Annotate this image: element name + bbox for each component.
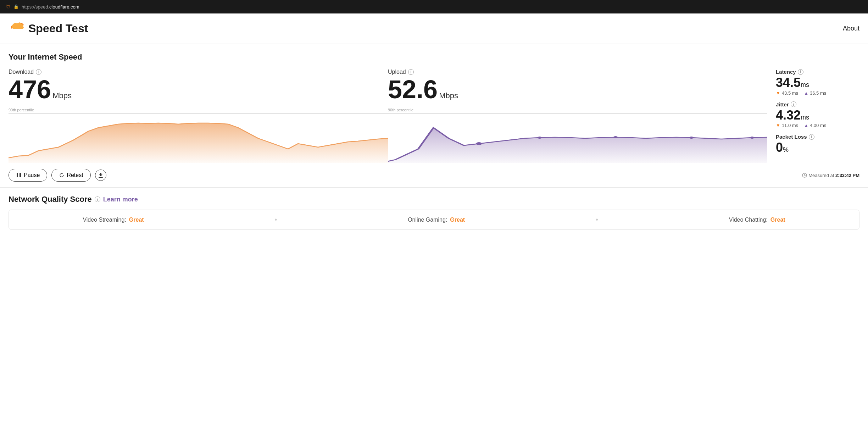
section-divider xyxy=(0,187,868,188)
latency-metric: Latency i 34.5ms ▼ 43.5 ms ▲ 36.5 ms xyxy=(776,69,859,96)
upload-percentile-label: 90th percentile xyxy=(388,108,413,112)
online-gaming-item: Online Gaming: Great xyxy=(408,217,465,223)
svg-rect-7 xyxy=(99,177,103,178)
network-quality-section: Network Quality Score i Learn more Video… xyxy=(0,195,868,238)
jitter-down-arrow: ▼ xyxy=(776,123,780,128)
packet-loss-label: Packet Loss i xyxy=(776,134,859,140)
about-link[interactable]: About xyxy=(843,25,859,32)
upload-info-icon[interactable]: i xyxy=(408,69,414,75)
upload-percentile-line xyxy=(388,113,767,114)
online-gaming-label: Online Gaming: xyxy=(408,217,447,223)
nq-info-icon[interactable]: i xyxy=(95,196,100,202)
download-chart: 90th percentile xyxy=(9,106,388,163)
main-content: Your Internet Speed Download i 476 Mbps … xyxy=(0,44,868,187)
latency-label: Latency i xyxy=(776,69,859,75)
pause-button[interactable]: Pause xyxy=(9,169,47,182)
retest-button[interactable]: Retest xyxy=(51,169,90,182)
download-label: Download i xyxy=(9,69,388,75)
jitter-up: ▲ 4.00 ms xyxy=(804,123,826,128)
upload-unit: Mbps xyxy=(439,91,458,100)
lock-icon: 🔒 xyxy=(13,4,19,9)
page-title: Speed Test xyxy=(28,22,88,35)
logo-svg xyxy=(9,19,24,35)
learn-more-link[interactable]: Learn more xyxy=(103,196,138,203)
svg-point-0 xyxy=(476,142,482,145)
download-number: 476 xyxy=(9,77,51,102)
download-chart-svg xyxy=(9,106,388,163)
upload-number: 52.6 xyxy=(388,77,438,102)
svg-point-3 xyxy=(689,137,694,139)
latency-down: ▼ 43.5 ms xyxy=(776,90,798,96)
metrics-row: Download i 476 Mbps 90th percentile xyxy=(9,69,859,163)
upload-value: 52.6 Mbps xyxy=(388,77,767,102)
online-gaming-value: Great xyxy=(450,217,465,223)
video-streaming-label: Video Streaming: xyxy=(83,217,126,223)
latency-down-arrow: ▼ xyxy=(776,90,780,96)
svg-rect-6 xyxy=(20,173,21,177)
video-streaming-item: Video Streaming: Great xyxy=(83,217,144,223)
download-section: Download i 476 Mbps 90th percentile xyxy=(9,69,388,163)
packet-loss-unit: % xyxy=(783,146,789,153)
controls-left: Pause Retest xyxy=(9,169,106,182)
packet-loss-value: 0% xyxy=(776,140,859,155)
jitter-down: ▼ 11.0 ms xyxy=(776,123,798,128)
upload-label: Upload i xyxy=(388,69,767,75)
jitter-sub: ▼ 11.0 ms ▲ 4.00 ms xyxy=(776,123,859,128)
internet-speed-title: Your Internet Speed xyxy=(9,52,859,62)
dot-2: • xyxy=(596,216,598,224)
video-chatting-item: Video Chatting: Great xyxy=(729,217,785,223)
latency-sub: ▼ 43.5 ms ▲ 36.5 ms xyxy=(776,90,859,96)
measured-time-value: 2:33:42 PM xyxy=(835,173,859,178)
video-chatting-value: Great xyxy=(770,217,785,223)
browser-chrome: 🛡 🔒 https://speed.cloudflare.com xyxy=(0,0,868,13)
svg-point-4 xyxy=(750,137,755,139)
packet-loss-info-icon[interactable]: i xyxy=(809,134,814,140)
clock-icon xyxy=(802,173,807,178)
nq-title-group: Network Quality Score i Learn more xyxy=(9,195,859,204)
shield-icon: 🛡 xyxy=(6,4,11,10)
measured-time: Measured at 2:33:42 PM xyxy=(802,173,859,178)
download-percentile-label: 90th percentile xyxy=(9,108,34,112)
jitter-value: 4.32ms xyxy=(776,108,859,122)
latency-up-arrow: ▲ xyxy=(804,90,808,96)
download-unit: Mbps xyxy=(52,91,72,100)
latency-unit: ms xyxy=(801,81,809,88)
latency-value: 34.5ms xyxy=(776,76,859,90)
site-title-group: Speed Test xyxy=(9,19,88,38)
upload-chart-svg xyxy=(388,106,767,163)
download-info-icon[interactable]: i xyxy=(36,69,41,75)
svg-point-1 xyxy=(538,137,542,139)
side-metrics: Latency i 34.5ms ▼ 43.5 ms ▲ 36.5 ms xyxy=(767,69,859,160)
download-value: 476 Mbps xyxy=(9,77,388,102)
jitter-info-icon[interactable]: i xyxy=(791,101,796,107)
dot-1: • xyxy=(274,216,277,224)
cloudflare-logo-icon xyxy=(9,19,24,38)
jitter-metric: Jitter i 4.32ms ▼ 11.0 ms ▲ 4.00 ms xyxy=(776,101,859,128)
nq-title: Network Quality Score xyxy=(9,195,92,204)
latency-up: ▲ 36.5 ms xyxy=(804,90,826,96)
download-icon xyxy=(98,172,104,178)
pause-icon xyxy=(16,172,22,178)
controls-row: Pause Retest Measured at 2:33:42 PM xyxy=(9,163,859,187)
browser-url: https://speed.cloudflare.com xyxy=(22,4,79,10)
quality-bar: Video Streaming: Great • Online Gaming: … xyxy=(9,210,859,230)
site-header: Speed Test About xyxy=(0,13,868,44)
download-results-button[interactable] xyxy=(95,170,106,181)
video-streaming-value: Great xyxy=(129,217,144,223)
svg-rect-5 xyxy=(17,173,18,177)
svg-point-2 xyxy=(613,136,618,138)
video-chatting-label: Video Chatting: xyxy=(729,217,768,223)
packet-loss-metric: Packet Loss i 0% xyxy=(776,134,859,155)
upload-section: Upload i 52.6 Mbps 90th percentile xyxy=(388,69,767,163)
jitter-label: Jitter i xyxy=(776,101,859,107)
download-percentile-line xyxy=(9,113,388,114)
jitter-up-arrow: ▲ xyxy=(804,123,808,128)
upload-chart: 90th percentile xyxy=(388,106,767,163)
jitter-unit: ms xyxy=(801,114,809,121)
retest-icon xyxy=(59,172,65,178)
latency-info-icon[interactable]: i xyxy=(798,69,803,75)
